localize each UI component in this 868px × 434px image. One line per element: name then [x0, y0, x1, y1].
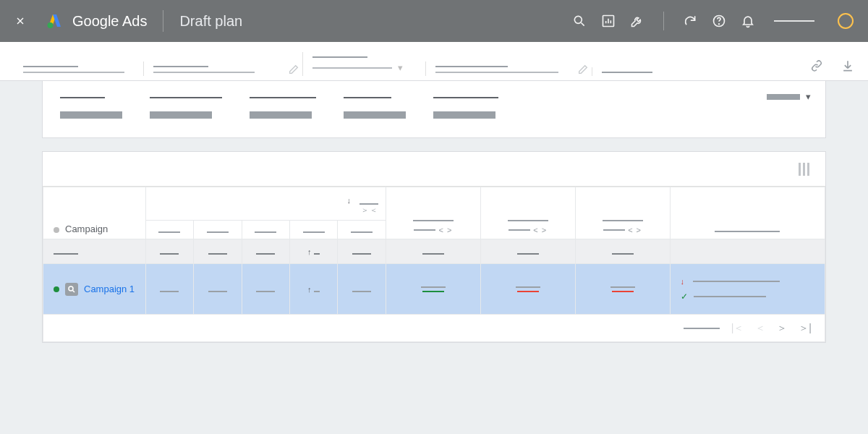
edit-icon[interactable]: [577, 64, 589, 75]
setting-4[interactable]: [425, 66, 592, 73]
col-campaign[interactable]: Campaign: [43, 187, 146, 239]
download-icon[interactable]: [841, 59, 855, 73]
subcol-5[interactable]: [338, 221, 386, 239]
account-avatar[interactable]: [838, 13, 854, 29]
header-tools: [572, 12, 854, 30]
svg-point-1: [574, 16, 582, 23]
campaigns-table-card: Campaign ↓ ＞＜ < > < > < >: [42, 151, 826, 343]
subcol-4[interactable]: [290, 221, 338, 239]
metric-5: [433, 97, 498, 119]
page-next-icon[interactable]: ＞: [777, 322, 787, 335]
row-insights: ↓ ✓: [671, 277, 825, 302]
col-group-left[interactable]: ↓ ＞＜: [145, 187, 386, 221]
app-header: Google Ads Draft plan: [0, 0, 868, 42]
refresh-icon[interactable]: [683, 14, 697, 28]
status-dot-icon: [54, 286, 59, 292]
page-title: Draft plan: [179, 13, 242, 30]
table-header-row-1: Campaign ↓ ＞＜ < > < > < >: [43, 187, 825, 221]
close-icon[interactable]: [14, 15, 26, 27]
search-icon[interactable]: [572, 14, 587, 28]
setting-2[interactable]: [143, 66, 302, 73]
campaign-link[interactable]: Campaign 1: [84, 284, 135, 294]
columns-icon[interactable]: [799, 163, 809, 176]
subcol-1[interactable]: [145, 221, 193, 239]
notifications-icon[interactable]: [741, 14, 755, 28]
svg-point-0: [48, 22, 54, 28]
product-name: Google Ads: [72, 13, 147, 30]
table-pagination: |＜ ＜ ＞ ＞|: [43, 315, 825, 342]
google-ads-logo-icon: [46, 12, 64, 30]
help-icon[interactable]: [712, 14, 726, 28]
campaign-type-icon: [65, 283, 78, 296]
svg-point-4: [719, 24, 720, 25]
metric-2: [150, 97, 222, 119]
brand: Google Ads: [46, 12, 147, 30]
campaigns-table: Campaign ↓ ＞＜ < > < > < >: [43, 187, 825, 342]
svg-point-5: [69, 286, 73, 291]
col-m1[interactable]: < >: [386, 187, 481, 239]
campaign-header-label: Campaign: [65, 224, 108, 234]
tools-icon[interactable]: [630, 14, 644, 28]
reports-icon[interactable]: [601, 14, 616, 28]
metric-1: [60, 97, 122, 119]
page-last-icon[interactable]: ＞|: [799, 322, 812, 335]
metric-4: [344, 97, 406, 119]
share-link-icon[interactable]: [809, 59, 825, 72]
summary-view-picker[interactable]: ▾: [767, 91, 811, 102]
plan-settings-bar: ▾: [0, 42, 868, 81]
page-body: ▾ Campaign ↓: [0, 81, 868, 343]
summary-card: ▾: [42, 81, 826, 138]
setting-3-dropdown[interactable]: ▾: [302, 56, 425, 73]
metric-3: [250, 97, 316, 119]
subcol-3[interactable]: [242, 221, 289, 239]
setting-1[interactable]: [13, 66, 143, 73]
page-first-icon[interactable]: |＜: [731, 322, 744, 335]
col-m3[interactable]: < >: [575, 187, 670, 239]
page-prev-icon[interactable]: ＜: [755, 322, 765, 335]
setting-5[interactable]: [592, 72, 678, 73]
table-row[interactable]: Campaign 1 ↑ ↓ ✓: [43, 264, 825, 315]
edit-icon[interactable]: [288, 64, 299, 75]
account-label[interactable]: [774, 20, 814, 22]
subcol-2[interactable]: [194, 221, 242, 239]
col-m2[interactable]: < >: [480, 187, 575, 239]
col-notes[interactable]: [670, 187, 825, 239]
table-totals-row: ↑: [43, 239, 825, 264]
